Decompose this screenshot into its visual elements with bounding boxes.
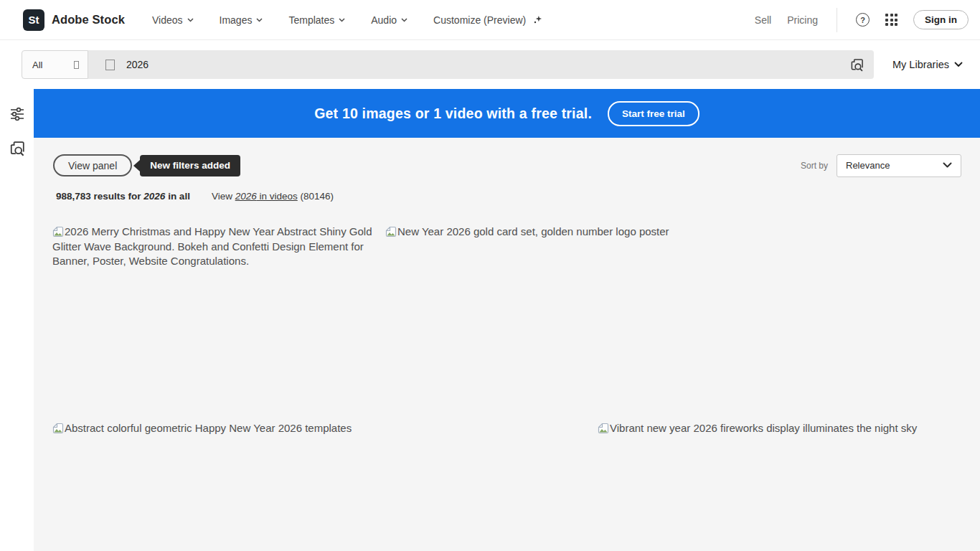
brand-title: Adobe Stock: [52, 13, 125, 27]
search-query-value: 2026: [126, 59, 838, 70]
results-summary: 988,783 results for 2026 in all View 202…: [56, 191, 334, 202]
left-filter-rail: [0, 89, 34, 551]
broken-image-icon: [385, 226, 397, 237]
my-libraries-dropdown[interactable]: My Libraries: [892, 59, 963, 70]
results-count-suffix: in all: [165, 191, 190, 202]
results-toolbar: View panel New filters added Sort by Rel…: [34, 154, 980, 177]
nav-label: Customize (Preview): [433, 14, 526, 26]
chevron-down-icon: [256, 18, 263, 22]
sort-value: Relevance: [846, 160, 890, 171]
image-search-icon: [850, 58, 864, 72]
adobe-stock-logo[interactable]: St Adobe Stock: [23, 9, 125, 31]
nav-label: Audio: [371, 14, 397, 26]
banner-text: Get 10 images or 1 video with a free tri…: [314, 105, 592, 122]
nav-item-videos[interactable]: Videos: [152, 14, 194, 26]
result-alt-text: Vibrant new year 2026 fireworks display …: [610, 422, 917, 434]
view-in-videos: View 2026 in videos (80146): [212, 191, 334, 202]
chevron-down-icon: [339, 18, 345, 22]
sort-group: Sort by Relevance: [801, 154, 961, 177]
start-free-trial-button[interactable]: Start free trial: [608, 101, 699, 126]
view-panel-button[interactable]: View panel: [53, 154, 132, 176]
chevron-down-icon: [187, 18, 194, 22]
stock-logo-icon: St: [23, 9, 44, 31]
nav-item-customize-preview[interactable]: Customize (Preview): [433, 14, 542, 26]
search-input[interactable]: 2026: [88, 50, 874, 79]
search-scope-value: All: [32, 60, 42, 70]
app-grid-icon[interactable]: [885, 14, 897, 26]
top-header: St Adobe Stock Videos Images Templates A…: [0, 0, 980, 40]
chevron-down-icon: [401, 18, 407, 22]
search-icon: [105, 60, 115, 70]
broken-image-icon: [52, 423, 64, 434]
search-row: All 2026 My Libraries: [0, 40, 980, 89]
result-alt-text: 2026 Merry Christmas and Happy New Year …: [52, 225, 372, 267]
tooltip-text: New filters added: [140, 155, 240, 176]
sparkle-icon: [533, 15, 542, 24]
result-alt-text: Abstract colorful geometric Happy New Ye…: [65, 422, 352, 434]
videos-link-rest: in videos: [257, 191, 298, 202]
filters-icon[interactable]: [9, 106, 25, 122]
result-alt-text: New Year 2026 gold card set, golden numb…: [397, 225, 669, 237]
result-item[interactable]: Abstract colorful geometric Happy New Ye…: [52, 421, 497, 436]
videos-link[interactable]: 2026 in videos: [235, 191, 298, 202]
header-divider: [837, 8, 837, 32]
results-count-prefix: 988,783 results for: [56, 191, 143, 202]
free-trial-banner: Get 10 images or 1 video with a free tri…: [34, 89, 980, 138]
nav-item-images[interactable]: Images: [220, 14, 263, 26]
scope-caret-icon: [74, 61, 79, 69]
result-item[interactable]: New Year 2026 gold card set, golden numb…: [385, 225, 830, 240]
tooltip-arrow: [133, 160, 140, 171]
search-scope-select[interactable]: All: [22, 50, 88, 79]
view-prefix: View: [212, 191, 235, 202]
sort-select[interactable]: Relevance: [837, 154, 961, 177]
search-by-image-button[interactable]: [849, 57, 864, 72]
header-right-group: Sell Pricing ? Sign in: [755, 8, 969, 32]
chevron-down-icon: [943, 162, 952, 169]
videos-link-count: (80146): [298, 191, 334, 202]
nav-item-audio[interactable]: Audio: [371, 14, 407, 26]
sort-by-label: Sort by: [801, 161, 828, 171]
nav-item-templates[interactable]: Templates: [288, 14, 345, 26]
search-bar: All 2026: [22, 50, 874, 79]
chevron-down-icon: [954, 62, 963, 67]
result-item[interactable]: Vibrant new year 2026 fireworks display …: [598, 421, 980, 436]
sell-link[interactable]: Sell: [755, 14, 771, 26]
nav-label: Images: [220, 14, 253, 26]
help-icon[interactable]: ?: [856, 13, 870, 27]
result-item[interactable]: 2026 Merry Christmas and Happy New Year …: [52, 225, 372, 269]
broken-image-icon: [598, 423, 609, 434]
nav-label: Templates: [288, 14, 334, 26]
broken-image-icon: [52, 226, 64, 237]
nav-label: Videos: [152, 14, 183, 26]
results-count-term: 2026: [143, 191, 165, 202]
new-filters-tooltip: New filters added: [133, 155, 240, 176]
sign-in-button[interactable]: Sign in: [913, 10, 969, 29]
results-count: 988,783 results for 2026 in all: [56, 191, 190, 202]
videos-link-term: 2026: [235, 191, 257, 202]
my-libraries-label: My Libraries: [892, 59, 949, 70]
primary-nav: Videos Images Templates Audio Customize …: [152, 14, 542, 26]
pricing-link[interactable]: Pricing: [787, 14, 818, 26]
image-search-icon[interactable]: [9, 141, 25, 156]
